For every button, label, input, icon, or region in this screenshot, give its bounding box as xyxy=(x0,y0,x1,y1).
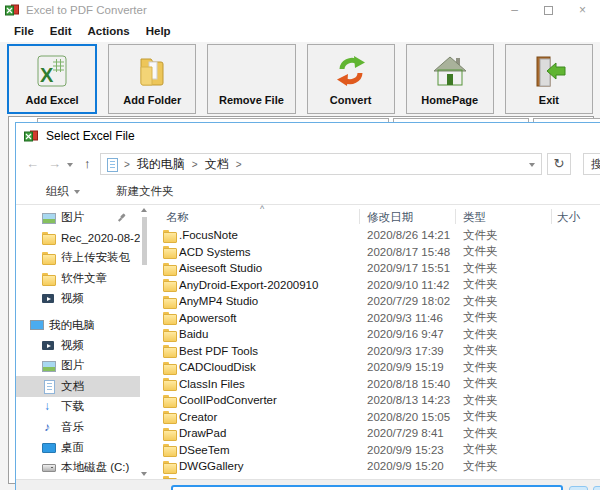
close-button[interactable]: × xyxy=(579,0,586,20)
partial-row xyxy=(154,475,600,479)
file-date-modified: 2020/8/20 15:05 xyxy=(359,411,455,423)
menu-actions[interactable]: Actions xyxy=(80,25,138,37)
sidebar-item-icon xyxy=(42,251,55,264)
dialog-body: 图片 Rec_2020-08-2 待上传安装包 xyxy=(16,205,600,490)
menu-file[interactable]: File xyxy=(6,25,42,37)
sidebar-item-my-computer[interactable]: 我的电脑 xyxy=(16,315,140,335)
menu-help[interactable]: Help xyxy=(138,25,179,37)
computer-icon xyxy=(30,319,43,332)
sidebar-item[interactable]: 待上传安装包 xyxy=(16,248,140,268)
folder-icon xyxy=(163,262,176,275)
table-row[interactable]: CADCloudDisk 2020/9/9 15:19 文件夹 xyxy=(154,359,600,376)
cancel-button[interactable] xyxy=(593,486,600,490)
table-row[interactable]: DrawPad 2020/7/29 8:41 文件夹 xyxy=(154,425,600,442)
exit-button[interactable]: Exit xyxy=(505,44,593,114)
file-type: 文件夹 xyxy=(455,360,551,375)
table-row[interactable]: Baidu 2020/9/16 9:47 文件夹 xyxy=(154,326,600,343)
column-name[interactable]: 名称 xyxy=(166,210,189,225)
exit-label: Exit xyxy=(539,94,559,106)
file-name: DSeeTem xyxy=(179,444,359,456)
file-list: 名称 ^ 修改日期 类型 大小 .FocusNote 2020/8 xyxy=(154,205,600,490)
sidebar-item[interactable]: 桌面 xyxy=(16,437,140,457)
add-folder-icon xyxy=(134,55,170,92)
sidebar-item-icon xyxy=(42,400,55,413)
new-folder-button[interactable]: 新建文件夹 xyxy=(116,184,174,199)
sidebar-item-label: 本地磁盘 (C:) xyxy=(61,460,129,475)
scrollbar-thumb[interactable] xyxy=(142,217,147,265)
sidebar-group-label: 我的电脑 xyxy=(49,318,95,333)
file-date-modified: 2020/9/3 17:39 xyxy=(359,345,455,357)
scroll-up-icon[interactable] xyxy=(141,208,147,212)
sidebar-item[interactable]: 图片 xyxy=(16,207,140,227)
search-input[interactable]: 搜 xyxy=(583,153,600,175)
file-date-modified: 2020/9/9 15:19 xyxy=(359,361,455,373)
sidebar-item[interactable]: Rec_2020-08-2 xyxy=(16,227,140,247)
dialog-navbar: ← → ↑ > 我的电脑 > 文档 > ↻ 搜 xyxy=(16,149,600,179)
table-row[interactable]: AnyMP4 Studio 2020/7/29 18:02 文件夹 xyxy=(154,293,600,310)
folder-icon xyxy=(163,394,176,407)
file-name: DrawPad xyxy=(179,427,359,439)
homepage-button[interactable]: HomePage xyxy=(406,44,494,114)
table-row[interactable]: Aiseesoft Studio 2020/9/17 15:51 文件夹 xyxy=(154,260,600,277)
convert-button[interactable]: Convert xyxy=(307,44,395,114)
table-row[interactable]: .FocusNote 2020/8/26 14:21 文件夹 xyxy=(154,227,600,244)
table-row[interactable]: AnyDroid-Export-20200910 2020/9/10 11:42… xyxy=(154,277,600,294)
main-titlebar: Excel to PDF Converter – × xyxy=(0,0,600,20)
file-date-modified: 2020/9/10 11:42 xyxy=(359,279,455,291)
menu-edit[interactable]: Edit xyxy=(42,25,80,37)
back-icon[interactable]: ← xyxy=(26,155,39,173)
table-row[interactable]: ClassIn Files 2020/8/18 15:40 文件夹 xyxy=(154,376,600,393)
column-type[interactable]: 类型 xyxy=(463,210,486,225)
column-size[interactable]: 大小 xyxy=(557,210,580,225)
history-chevron-down-icon[interactable] xyxy=(67,163,73,167)
table-row[interactable]: ACD Systems 2020/8/17 15:48 文件夹 xyxy=(154,244,600,261)
sidebar-item[interactable]: 视频 xyxy=(16,335,140,355)
file-type: 文件夹 xyxy=(455,244,551,259)
sidebar-quick-access: 图片 Rec_2020-08-2 待上传安装包 xyxy=(16,207,140,309)
table-row[interactable]: DSeeTem 2020/9/9 15:23 文件夹 xyxy=(154,442,600,459)
table-row[interactable]: DWGGallery 2020/9/9 15:20 文件夹 xyxy=(154,458,600,475)
table-row[interactable]: Creator 2020/8/20 15:05 文件夹 xyxy=(154,409,600,426)
file-date-modified: 2020/9/9 15:23 xyxy=(359,444,455,456)
file-type: 文件夹 xyxy=(455,228,551,243)
remove-file-button[interactable]: Remove File xyxy=(207,44,295,114)
sidebar-item[interactable]: 图片 xyxy=(16,356,140,376)
table-row[interactable]: Best PDF Tools 2020/9/3 17:39 文件夹 xyxy=(154,343,600,360)
scroll-down-icon[interactable] xyxy=(141,472,147,476)
sidebar-item-label: 图片 xyxy=(61,210,84,225)
sidebar-item[interactable]: 文档 xyxy=(16,376,140,396)
file-name: ACD Systems xyxy=(179,246,359,258)
address-breadcrumb[interactable]: > 我的电脑 > 文档 > xyxy=(100,153,542,175)
refresh-icon[interactable]: ↻ xyxy=(547,153,571,175)
breadcrumb-my-computer[interactable]: 我的电脑 xyxy=(137,156,185,173)
file-name-input[interactable] xyxy=(171,485,563,490)
app-icon xyxy=(5,3,19,17)
sidebar-item[interactable]: 下载 xyxy=(16,397,140,417)
sidebar-item[interactable]: 视频 xyxy=(16,289,140,309)
sidebar-item[interactable]: 音乐 xyxy=(16,417,140,437)
organize-button[interactable]: 组织 xyxy=(46,184,80,199)
table-row[interactable]: Apowersoft 2020/9/3 11:46 文件夹 xyxy=(154,310,600,327)
table-row[interactable]: CoolIPodConverter 2020/8/13 14:23 文件夹 xyxy=(154,392,600,409)
up-icon[interactable]: ↑ xyxy=(84,155,91,173)
svg-text:X: X xyxy=(40,64,54,86)
forward-icon[interactable]: → xyxy=(48,155,61,173)
column-date-modified[interactable]: 修改日期 xyxy=(367,210,413,225)
sidebar-item[interactable]: 本地磁盘 (C:) xyxy=(16,458,140,478)
open-button[interactable] xyxy=(569,486,588,490)
folder-icon xyxy=(163,361,176,374)
sidebar-scrollbar[interactable] xyxy=(140,205,150,479)
select-excel-file-dialog: Select Excel File ← → ↑ > 我的电脑 > 文档 > ↻ … xyxy=(15,122,600,490)
search-text: 搜 xyxy=(591,157,600,172)
file-date-modified: 2020/9/3 11:46 xyxy=(359,312,455,324)
add-excel-button[interactable]: X Add Excel xyxy=(7,44,97,114)
address-chevron-down-icon[interactable] xyxy=(529,163,535,167)
maximize-button[interactable] xyxy=(544,6,553,15)
screen: Excel to PDF Converter – × File Edit Act… xyxy=(0,0,600,490)
file-type: 文件夹 xyxy=(455,343,551,358)
sidebar-item[interactable]: 软件文章 xyxy=(16,268,140,288)
add-folder-button[interactable]: Add Folder xyxy=(108,44,196,114)
breadcrumb-documents[interactable]: 文档 xyxy=(205,156,229,173)
minimize-button[interactable]: – xyxy=(511,0,518,20)
file-name: Aiseesoft Studio xyxy=(179,262,359,274)
